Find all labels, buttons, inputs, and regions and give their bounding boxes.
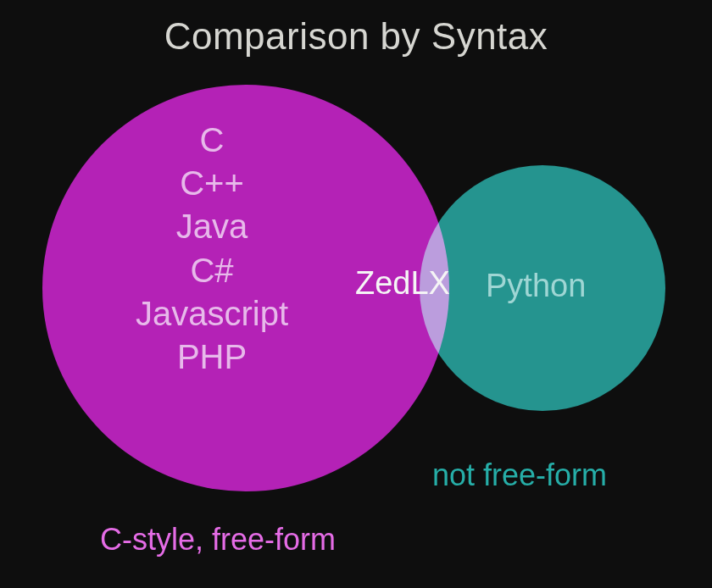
intersection-label: ZedLX <box>355 265 450 302</box>
list-item: C# <box>89 249 335 292</box>
list-item: C++ <box>89 162 335 205</box>
list-item: C <box>89 119 335 162</box>
right-set-item: Python <box>486 268 586 304</box>
list-item: PHP <box>89 336 335 379</box>
list-item: Java <box>89 205 335 248</box>
left-set-items: C C++ Java C# Javascript PHP <box>89 119 335 379</box>
diagram-title: Comparison by Syntax <box>0 15 712 58</box>
venn-diagram: Comparison by Syntax C C++ Java C# Javas… <box>0 0 712 588</box>
left-set-caption: C-style, free-form <box>100 522 336 557</box>
list-item: Javascript <box>89 292 335 336</box>
right-set-caption: not free-form <box>432 458 607 493</box>
